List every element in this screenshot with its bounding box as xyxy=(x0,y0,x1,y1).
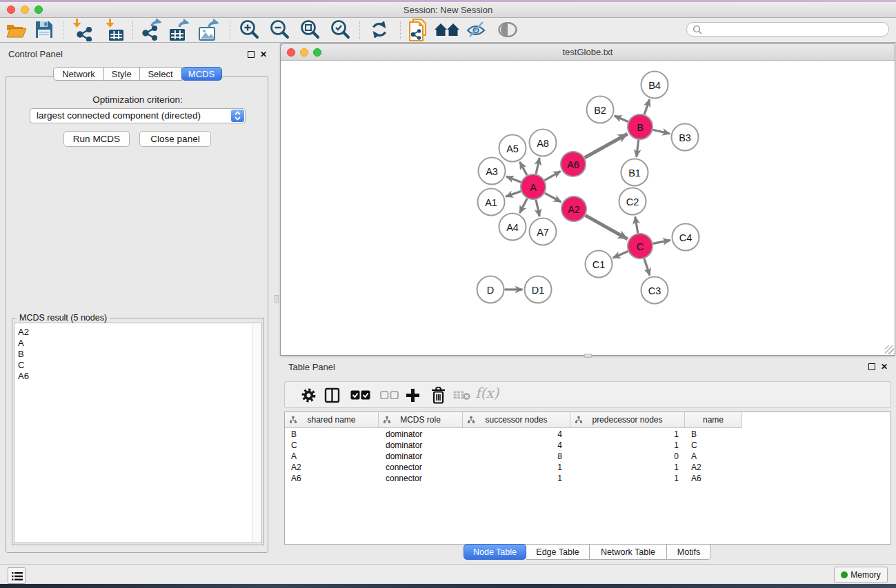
edge-C-C4[interactable] xyxy=(653,240,670,243)
edge-B-B2[interactable] xyxy=(615,116,628,122)
hide-graphics-details-icon[interactable] xyxy=(466,21,487,39)
node-label-B3: B3 xyxy=(679,132,691,143)
open-session-icon[interactable] xyxy=(6,23,27,39)
edge-A-A4[interactable] xyxy=(519,199,527,213)
zoom-selected-icon[interactable] xyxy=(330,19,350,39)
memory-button[interactable]: Memory xyxy=(834,567,888,583)
window-resize-grip[interactable] xyxy=(885,345,894,354)
export-table-icon[interactable] xyxy=(168,19,192,41)
list-icon xyxy=(12,571,23,581)
node-label-A8: A8 xyxy=(537,138,549,149)
import-network-icon[interactable] xyxy=(72,19,93,41)
search-input[interactable] xyxy=(686,22,889,37)
scrollbar-track[interactable] xyxy=(252,324,261,542)
edge-C-C1[interactable] xyxy=(613,252,628,258)
horizontal-splitter-handle[interactable] xyxy=(584,354,592,358)
table-row[interactable]: A6connector11A6 xyxy=(285,473,890,484)
mcds-result-item[interactable]: A xyxy=(14,338,261,349)
edge-A-A5[interactable] xyxy=(520,162,527,175)
close-panel-button[interactable]: Close panel xyxy=(139,131,211,147)
edge-A6-B[interactable] xyxy=(585,134,628,158)
export-image-icon[interactable] xyxy=(198,19,221,41)
node-label-A2: A2 xyxy=(568,204,580,215)
refresh-icon[interactable] xyxy=(370,20,389,39)
node-label-A3: A3 xyxy=(486,166,498,177)
table-row[interactable]: Bdominator41B xyxy=(285,429,890,440)
node-label-B4: B4 xyxy=(648,80,661,91)
mcds-result-list[interactable]: A2ABCA6 xyxy=(14,323,262,543)
edge-A-A7[interactable] xyxy=(536,200,539,216)
create-column-icon[interactable] xyxy=(405,387,421,403)
tab-select[interactable]: Select xyxy=(140,67,182,81)
node-label-C: C xyxy=(637,241,644,252)
column-header-successor-nodes[interactable]: successor nodes xyxy=(463,412,570,428)
window-title: Session: New Session xyxy=(0,5,896,15)
table-cell: connector xyxy=(379,462,463,473)
tab-network-table[interactable]: Network Table xyxy=(590,544,667,560)
edge-B-B1[interactable] xyxy=(637,140,639,157)
run-mcds-button[interactable]: Run MCDS xyxy=(63,131,130,147)
node-label-A7: A7 xyxy=(537,227,549,238)
mcds-result-item[interactable]: A6 xyxy=(14,371,261,382)
control-panel-close-button[interactable]: ✕ xyxy=(260,51,267,59)
table-row[interactable]: A2connector11A2 xyxy=(285,462,890,473)
export-network-icon[interactable] xyxy=(142,19,164,41)
edge-C-C2[interactable] xyxy=(635,216,638,233)
edge-B-B4[interactable] xyxy=(644,99,649,114)
column-header-predecessor-nodes[interactable]: predecessor nodes xyxy=(570,412,685,428)
table-cell: dominator xyxy=(379,440,463,451)
settings-gear-icon[interactable] xyxy=(301,387,317,403)
network-from-document-icon[interactable] xyxy=(409,19,428,41)
tab-node-table[interactable]: Node Table xyxy=(464,544,526,560)
edge-B-B3[interactable] xyxy=(653,130,670,134)
node-label-D1: D1 xyxy=(532,285,545,296)
network-graph[interactable]: B4B2BB3A5A8A6B1A3AC2A1A2A4A7C4CC1C3DD1 xyxy=(281,61,895,355)
delete-column-icon[interactable] xyxy=(431,387,446,404)
save-session-icon[interactable] xyxy=(35,21,53,39)
zoom-fit-icon[interactable] xyxy=(300,19,320,39)
table-row[interactable]: Cdominator41C xyxy=(285,440,890,451)
edge-A-A8[interactable] xyxy=(536,158,539,174)
edge-C-C3[interactable] xyxy=(644,258,650,276)
tab-edge-table[interactable]: Edge Table xyxy=(526,544,590,560)
edge-A-A6[interactable] xyxy=(545,171,561,180)
zoom-in-icon[interactable] xyxy=(239,19,259,39)
tab-mcds[interactable]: MCDS xyxy=(181,67,222,81)
deselect-all-columns-icon[interactable] xyxy=(380,391,399,399)
table-cell: 1 xyxy=(570,429,685,440)
import-table-icon[interactable] xyxy=(104,19,125,41)
home-icon[interactable] xyxy=(435,22,459,39)
node-label-A1: A1 xyxy=(485,197,497,208)
table-cell: 0 xyxy=(570,451,685,462)
select-all-columns-icon[interactable] xyxy=(350,390,370,400)
column-header-shared-name[interactable]: shared name xyxy=(285,412,379,428)
node-label-A: A xyxy=(530,182,537,193)
tab-motifs[interactable]: Motifs xyxy=(667,544,711,560)
mcds-result-item[interactable]: A2 xyxy=(14,327,261,338)
table-row[interactable]: Adominator80A xyxy=(285,451,890,462)
mcds-result-item[interactable]: B xyxy=(14,349,261,360)
table-panel-float-button[interactable] xyxy=(868,363,875,370)
column-layout-icon[interactable] xyxy=(324,387,340,403)
table-panel-close-button[interactable]: ✕ xyxy=(881,363,888,371)
column-header-name[interactable]: name xyxy=(685,412,742,428)
network-window-titlebar: testGlobe.txt xyxy=(281,44,895,61)
node-label-B1: B1 xyxy=(628,168,641,179)
edge-A-A1[interactable] xyxy=(506,191,521,196)
edge-A-A3[interactable] xyxy=(506,176,521,182)
mcds-result-item[interactable]: C xyxy=(14,360,261,371)
vertical-splitter-handle[interactable] xyxy=(275,295,279,303)
optimization-criterion-dropdown[interactable]: largest connected component (directed) xyxy=(30,108,246,123)
task-history-button[interactable] xyxy=(8,567,26,584)
control-panel-float-button[interactable] xyxy=(248,51,255,58)
column-header-MCDS-role[interactable]: MCDS role xyxy=(379,412,463,428)
node-label-A4: A4 xyxy=(506,222,519,233)
edge-A-A2[interactable] xyxy=(545,193,561,202)
table-cell: C xyxy=(285,440,379,451)
edge-A2-C[interactable] xyxy=(586,215,628,239)
table-cell: dominator xyxy=(379,429,463,440)
zoom-out-icon[interactable] xyxy=(270,19,290,39)
table-cell: 1 xyxy=(570,440,685,451)
tab-style[interactable]: Style xyxy=(104,67,140,81)
tab-network[interactable]: Network xyxy=(53,67,104,81)
